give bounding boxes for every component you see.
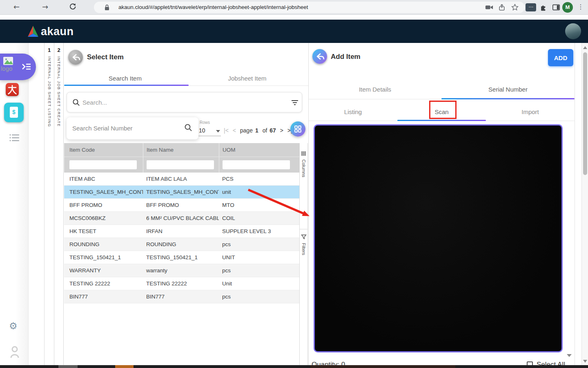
tenant-logo-pill[interactable]: logo: [0, 54, 36, 80]
item-search-box: [67, 92, 302, 112]
dollar-doc-icon: $: [10, 107, 18, 118]
panel-scroll-down-icon[interactable]: [567, 354, 572, 357]
first-page-button[interactable]: |<: [224, 127, 229, 134]
page-top-gap: [0, 15, 588, 20]
workspace-tab-number: 1: [45, 47, 54, 53]
add-item-panel: Add Item ADD Item Details Serial Number …: [309, 43, 575, 365]
tab-search-item[interactable]: Search Item: [64, 75, 186, 82]
table-cell: PCS: [219, 173, 299, 185]
table-cell: WARRANTY: [64, 264, 143, 277]
rows-select-underline: [198, 136, 221, 136]
workspace-tab-number: 2: [54, 47, 63, 53]
table-row[interactable]: BFF PROMOBFF PROMOMTO: [64, 199, 299, 212]
tab-serial-number[interactable]: Serial Number: [441, 86, 575, 93]
bookmark-star-icon[interactable]: [511, 4, 519, 11]
table-cell: UNIT: [219, 251, 299, 264]
table-row[interactable]: BIN777BIN777pcs: [64, 290, 299, 303]
app-icon-red-da[interactable]: [6, 83, 19, 96]
table-row[interactable]: TESTING 22222TESTING 22222Unit: [64, 277, 299, 290]
rows-per-page-label: Rows: [200, 120, 210, 125]
share-icon[interactable]: [498, 4, 506, 11]
columns-tool[interactable]: Columns: [300, 150, 307, 177]
table-row[interactable]: TESTING_150421_1TESTING_150421_1UNIT: [64, 251, 299, 264]
side-panel-icon[interactable]: [552, 3, 560, 13]
uom-filter-input[interactable]: [223, 160, 290, 169]
filters-tool[interactable]: Filters: [300, 234, 307, 255]
browser-back-icon[interactable]: ←: [13, 2, 20, 11]
table-cell: Unit: [219, 277, 299, 290]
back-button[interactable]: [312, 49, 327, 64]
table-cell: BFF PROMO: [64, 199, 143, 211]
profile-person-icon[interactable]: [10, 346, 20, 360]
table-cell: 6 MM² CU/PVC BLACK CABLE 1...: [143, 212, 219, 224]
workspace-tab-listing[interactable]: 1 INTERNAL JOB SHEET LISTING: [44, 43, 54, 365]
table-cell: pcs: [219, 238, 299, 251]
filter-list-icon[interactable]: [291, 99, 299, 108]
table-cell: ITEM ABC: [64, 173, 143, 185]
workspace-tab-label: INTERNAL JOB SHEET CREATE: [57, 56, 61, 127]
item-name-filter-input[interactable]: [147, 160, 214, 169]
item-code-filter-input[interactable]: [69, 160, 137, 169]
extension-badge-icon[interactable]: ⋯: [526, 3, 536, 11]
lock-icon: [104, 4, 111, 11]
back-button[interactable]: [68, 50, 83, 65]
tab-item-details[interactable]: Item Details: [309, 86, 441, 93]
camera-scan-view[interactable]: [314, 124, 563, 352]
subtab-import[interactable]: Import: [486, 108, 575, 115]
tab-jobsheet-item[interactable]: Jobsheet Item: [186, 75, 308, 82]
workspace-tab-label: INTERNAL JOB SHEET LISTING: [47, 56, 51, 127]
collapse-menu-icon[interactable]: [21, 61, 32, 72]
app-icon-billing[interactable]: $: [4, 103, 24, 122]
prev-page-button[interactable]: <: [233, 127, 236, 134]
table-row[interactable]: ITEM ABCITEM ABC LALAPCS: [64, 173, 299, 186]
bottom-edge-bar: [0, 365, 588, 368]
chevron-down-icon[interactable]: [216, 130, 220, 132]
scrollbar-thumb[interactable]: [583, 52, 587, 175]
annotation-highlight-box: [429, 101, 457, 119]
page-scrollbar[interactable]: [581, 43, 588, 368]
panel-title: Select Item: [87, 53, 124, 61]
browser-reload-icon[interactable]: [69, 2, 77, 12]
browser-forward-icon[interactable]: →: [42, 2, 48, 11]
grid-view-button[interactable]: [290, 121, 305, 137]
table-row[interactable]: TESTING_SALES_MH_CONTRACTTESTING_SALES_M…: [64, 186, 299, 199]
user-avatar[interactable]: [565, 23, 581, 39]
settings-gear-icon[interactable]: ⚙: [9, 321, 18, 331]
serial-search-input[interactable]: [72, 123, 178, 133]
table-cell: TESTING_150421_1: [143, 251, 219, 264]
scroll-up-icon[interactable]: [583, 46, 587, 49]
table-cell: unit: [219, 186, 299, 198]
extensions-puzzle-icon[interactable]: [539, 3, 548, 13]
address-bar[interactable]: akaun.cloud/#/applet/tnt/wavelet/erp/int…: [94, 2, 525, 13]
table-row[interactable]: WARRANTYwarrantypcs: [64, 264, 299, 277]
column-header-item-code[interactable]: Item Code: [64, 143, 143, 157]
next-page-button[interactable]: >: [280, 127, 283, 134]
table-cell: SUPPLER LEVEL 3: [219, 225, 299, 238]
list-icon[interactable]: [9, 133, 20, 144]
table-row[interactable]: HK TESETIRFANSUPPLER LEVEL 3: [64, 225, 299, 238]
table-cell: BIN777: [143, 290, 219, 303]
column-header-item-name[interactable]: Item Name: [143, 143, 219, 157]
table-cell: COIL: [219, 212, 299, 224]
active-tab-underline: [64, 85, 189, 86]
item-table-header: Item Code Item Name UOM: [64, 143, 299, 157]
table-cell: TESTING_SALES_MH_CONTRACT: [64, 186, 143, 198]
rows-per-page-value[interactable]: 10: [199, 127, 205, 134]
add-button[interactable]: ADD: [548, 49, 573, 66]
scroll-down-icon[interactable]: [583, 360, 587, 363]
camera-icon[interactable]: [485, 4, 492, 11]
column-header-uom[interactable]: UOM: [219, 143, 299, 157]
serial-search-icon[interactable]: [184, 123, 192, 133]
table-cell: ROUNDING: [143, 238, 219, 251]
workspace-tab-create[interactable]: 2 INTERNAL JOB SHEET CREATE: [54, 43, 64, 365]
item-search-input[interactable]: [82, 97, 278, 107]
filters-label: Filters: [301, 243, 306, 255]
total-pages: 67: [270, 127, 276, 134]
browser-menu-icon[interactable]: ⋮: [577, 3, 584, 11]
table-row[interactable]: ROUNDINGROUNDINGpcs: [64, 238, 299, 251]
table-row[interactable]: MCSC006BKZ6 MM² CU/PVC BLACK CABLE 1...C…: [64, 212, 299, 225]
subtab-listing[interactable]: Listing: [309, 108, 397, 115]
serial-search-card: [67, 117, 198, 139]
browser-profile-avatar[interactable]: M: [562, 2, 573, 13]
table-tools-strip: Columns Filters: [299, 143, 308, 365]
